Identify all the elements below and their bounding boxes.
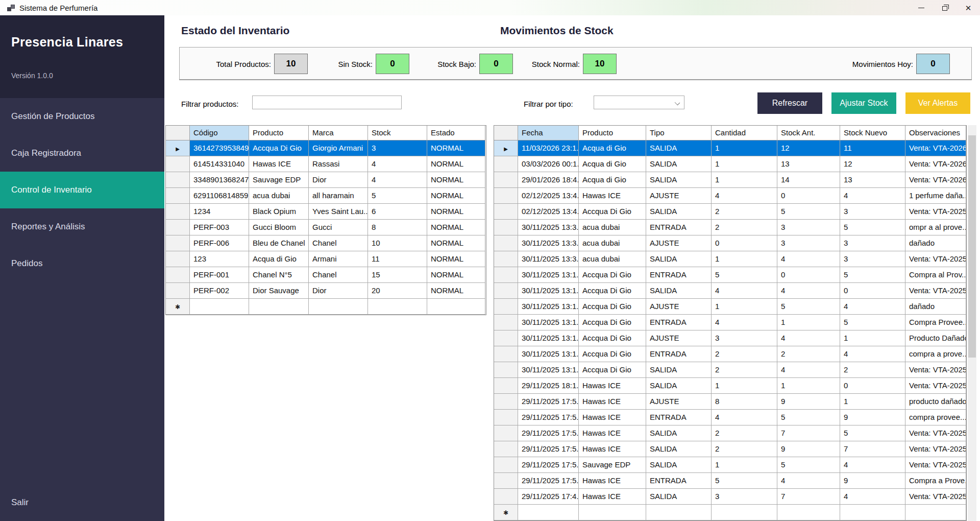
- column-header-cantidad[interactable]: Cantidad: [712, 126, 777, 140]
- table-row[interactable]: 30/11/2025 13:3...acua dubaiENTRADA235om…: [494, 220, 966, 235]
- column-header-stock-ant-[interactable]: Stock Ant.: [777, 126, 840, 140]
- table-row[interactable]: 03/03/2026 00:1...Acqua di GioSALIDA1131…: [494, 156, 966, 172]
- table-row[interactable]: 29/01/2026 18:4...Acqua di GioSALIDA1141…: [494, 172, 966, 188]
- cell: 4: [777, 251, 840, 267]
- cell: 9: [777, 394, 840, 410]
- close-button[interactable]: ✕: [957, 0, 980, 15]
- table-row[interactable]: 30/11/2025 13:1...Accqua Di GioSALIDA440…: [494, 283, 966, 299]
- sidebar-item-pedidos[interactable]: Pedidos: [0, 245, 164, 282]
- table-row[interactable]: ▶3614273953849Accqua Di GioGiorgio Arman…: [166, 140, 486, 156]
- cell: 4: [840, 346, 905, 362]
- sidebar-item-control-de-inventario[interactable]: Control de Inventario: [0, 172, 164, 208]
- row-header: [494, 425, 518, 441]
- scrollbar-thumb[interactable]: [968, 135, 976, 358]
- minimize-icon: [918, 8, 924, 8]
- table-row[interactable]: 30/11/2025 13:1...Accqua Di GioSALIDA242…: [494, 362, 966, 378]
- table-row[interactable]: 30/11/2025 13:3...acua dubaiAJUSTE033dañ…: [494, 235, 966, 251]
- column-header-c-digo[interactable]: Código: [190, 126, 249, 140]
- column-header-observaciones[interactable]: Observaciones: [905, 126, 966, 140]
- cell: 29/11/2025 17:4...: [518, 489, 579, 505]
- window-controls: ✕: [910, 0, 980, 15]
- ajustar-stock-button[interactable]: Ajustar Stock: [831, 92, 896, 114]
- cell: Venta: VTA-2025...: [905, 204, 966, 220]
- cell: [840, 505, 905, 520]
- table-row[interactable]: 30/11/2025 13:1...Accqua Di GioENTRADA50…: [494, 267, 966, 283]
- filter-type-dropdown[interactable]: [594, 96, 684, 109]
- cell: acua dubai: [579, 251, 646, 267]
- sidebar-item-reportes-y-an-lisis[interactable]: Reportes y Análisis: [0, 208, 164, 245]
- table-row[interactable]: 29/11/2025 17:5...Hawas ICEAJUSTE891prod…: [494, 394, 966, 410]
- sidebar-item-caja-registradora[interactable]: Caja Registradora: [0, 135, 164, 172]
- table-row[interactable]: 30/11/2025 13:3...acua dubaiSALIDA143Ven…: [494, 251, 966, 267]
- table-row[interactable]: 02/12/2025 13:4...Hawas ICEAJUSTE4041 pe…: [494, 188, 966, 204]
- cell: 5: [840, 267, 905, 283]
- minimize-button[interactable]: [910, 0, 933, 15]
- table-row[interactable]: 30/11/2025 13:1...Accqua Di GioAJUSTE341…: [494, 330, 966, 346]
- table-row[interactable]: 30/11/2025 13:1...Accqua Di GioAJUSTE154…: [494, 299, 966, 315]
- sidebar-item-gesti-n-de-productos[interactable]: Gestión de Productos: [0, 98, 164, 135]
- table-row[interactable]: 29/11/2025 17:5...Sauvage EDPSALIDA154Ve…: [494, 457, 966, 473]
- column-header-stock-nuevo[interactable]: Stock Nuevo: [840, 126, 905, 140]
- table-row[interactable]: PERF-001Chanel N°5Chanel15NORMAL: [166, 267, 486, 283]
- row-header: [166, 251, 190, 267]
- restore-button[interactable]: [933, 0, 957, 15]
- current-row-indicator: ▶: [494, 140, 518, 156]
- table-row[interactable]: 30/11/2025 13:1...Accqua Di GioENTRADA22…: [494, 346, 966, 362]
- table-row[interactable]: 6291106814859acua dubaiall haramain5NORM…: [166, 188, 486, 204]
- cell: NORMAL: [427, 188, 485, 204]
- table-row[interactable]: 29/11/2025 17:5...Hawas ICEENTRADA459com…: [494, 410, 966, 425]
- cell: 6: [368, 204, 427, 220]
- stat-value-box: 0: [916, 54, 950, 74]
- cell: 30/11/2025 13:1...: [518, 267, 579, 283]
- table-row[interactable]: PERF-002Dior SauvageDior20NORMAL: [166, 283, 486, 299]
- column-header-fecha[interactable]: Fecha: [518, 126, 579, 140]
- column-header-estado[interactable]: Estado: [427, 126, 485, 140]
- cell: 12: [777, 140, 840, 156]
- table-row[interactable]: ▶11/03/2026 23:1...Acqua di GioSALIDA112…: [494, 140, 966, 156]
- cell: 30/11/2025 13:1...: [518, 330, 579, 346]
- new-row-indicator: ✱: [494, 505, 518, 520]
- cell: [905, 505, 966, 520]
- cell: NORMAL: [427, 140, 485, 156]
- new-row[interactable]: ✱: [494, 505, 966, 520]
- column-header-producto[interactable]: Producto: [249, 126, 309, 140]
- cell: Acqua di Gio: [579, 140, 646, 156]
- cell: SALIDA: [646, 425, 712, 441]
- movements-scrollbar[interactable]: [968, 125, 976, 521]
- column-header-producto[interactable]: Producto: [579, 126, 646, 140]
- cell: Venta: VTA-2026...: [905, 156, 966, 172]
- table-row[interactable]: 29/11/2025 17:5...Hawas ICESALIDA297Vent…: [494, 441, 966, 457]
- cell: 29/11/2025 17:5...: [518, 410, 579, 425]
- cell: [712, 505, 777, 520]
- refrescar-button[interactable]: Refrescar: [757, 92, 822, 114]
- row-header: [166, 220, 190, 235]
- cell: Venta: VTA-2025...: [905, 489, 966, 505]
- sidebar-item-salir[interactable]: Salir: [0, 484, 164, 521]
- cell: 5: [840, 315, 905, 330]
- cell: Hawas ICE: [579, 489, 646, 505]
- table-row[interactable]: 29/11/2025 17:5...Hawas ICESALIDA275Vent…: [494, 425, 966, 441]
- table-row[interactable]: 30/11/2025 13:1...Accqua Di GioENTRADA41…: [494, 315, 966, 330]
- ver-alertas-button[interactable]: Ver Alertas: [905, 92, 970, 114]
- column-header-tipo[interactable]: Tipo: [646, 126, 712, 140]
- column-header-stock[interactable]: Stock: [368, 126, 427, 140]
- table-row[interactable]: 1234Black OpiumYves Saint Lau...6NORMAL: [166, 204, 486, 220]
- table-row[interactable]: 02/12/2025 13:4...Accqua Di GioSALIDA253…: [494, 204, 966, 220]
- table-row[interactable]: 29/11/2025 18:1...Hawas ICESALIDA110Vent…: [494, 378, 966, 394]
- cell: 4: [840, 489, 905, 505]
- cell: 02/12/2025 13:4...: [518, 204, 579, 220]
- table-row[interactable]: 29/11/2025 17:5...Hawas ICEENTRADA549Com…: [494, 473, 966, 489]
- new-row[interactable]: ✱: [166, 299, 486, 315]
- cell: Armani: [309, 251, 368, 267]
- table-row[interactable]: PERF-006Bleu de ChanelChanel10NORMAL: [166, 235, 486, 251]
- row-header: [494, 220, 518, 235]
- cell: 9: [777, 441, 840, 457]
- table-row[interactable]: 123Acqua di GioArmani11NORMAL: [166, 251, 486, 267]
- cell: 1: [712, 156, 777, 172]
- filter-products-input[interactable]: [252, 96, 402, 109]
- table-row[interactable]: 29/11/2025 17:4...Hawas ICESALIDA374Vent…: [494, 489, 966, 505]
- table-row[interactable]: PERF-003Gucci BloomGucci8NORMAL: [166, 220, 486, 235]
- table-row[interactable]: 614514331040Hawas ICERassasi4NORMAL: [166, 156, 486, 172]
- column-header-marca[interactable]: Marca: [309, 126, 368, 140]
- table-row[interactable]: 3348901368247Sauvage EDPDior4NORMAL: [166, 172, 486, 188]
